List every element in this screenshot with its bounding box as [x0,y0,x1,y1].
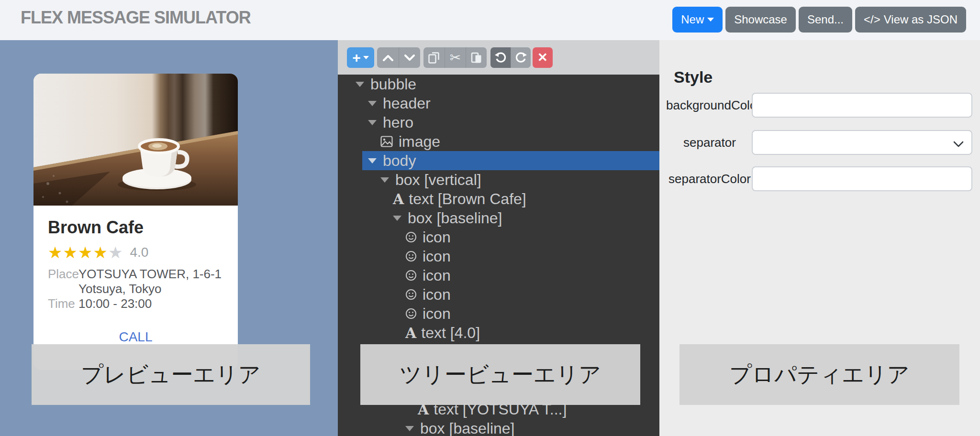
tree-node-hero[interactable]: hero [338,113,659,132]
new-button-label: New [681,13,704,26]
preview-area-overlay-label: プレビューエリア [32,344,310,405]
tree-node-icon[interactable]: icon [338,266,659,285]
chevron-down-icon [404,54,415,61]
tree-node-label: icon [423,286,451,304]
tree-node-label: box [baseline] [420,420,514,436]
caret-down-icon [405,426,414,431]
star-filled-icons: ★★★★ [48,244,108,261]
send-label: Send... [807,13,844,26]
showcase-label: Showcase [734,13,787,26]
caret-down-icon [707,18,714,22]
tree-node-icon[interactable]: icon [338,228,659,247]
tree-node-label: text [4.0] [421,324,480,342]
info-row-time: Time10:00 - 23:00 [48,296,223,311]
tree-node-icon[interactable]: icon [338,304,659,323]
tree-node-label: icon [423,267,451,284]
separator-color-input[interactable] [752,166,972,191]
tree-node-icon[interactable]: icon [338,247,659,266]
star-empty-icon: ★ [108,244,123,261]
tree-node-label: body [383,152,416,170]
image-icon [380,136,393,147]
tree-node-label: icon [423,305,451,323]
info-value: 10:00 - 23:00 [78,296,222,311]
tree-node-label: box [baseline] [408,209,502,227]
rating-stars: ★★★★★ 4.0 [48,244,223,261]
hero-image [33,74,238,206]
style-heading: Style [674,68,713,87]
smiley-icon [405,308,417,319]
tree-node-label: hero [383,114,413,131]
caret-down-icon [368,120,377,125]
tree-node-text-brown-cafe[interactable]: Atext [Brown Cafe] [338,189,659,208]
tree-node-box-baseline[interactable]: box [baseline] [338,208,659,228]
send-button[interactable]: Send... [799,7,852,33]
info-label: Place [48,267,78,296]
chevron-up-icon [383,54,393,61]
separator-label: separator [666,135,753,150]
smiley-icon [405,251,417,262]
tree-node-label: image [399,133,440,151]
cut-button[interactable]: ✂ [445,47,466,68]
tree-node-label: text [Brown Cafe] [409,190,526,208]
delete-node-button[interactable]: ✕ [533,47,553,68]
tree-node-body[interactable]: body [338,151,659,170]
undo-icon [495,52,506,64]
showcase-button[interactable]: Showcase [725,7,796,33]
move-up-button[interactable] [377,47,399,68]
chevron-down-icon [953,141,964,147]
add-node-button[interactable]: + [347,47,374,68]
call-button[interactable]: CALL [48,329,223,345]
tree-node-label: header [383,95,431,112]
undo-button[interactable] [490,47,511,68]
tree-node-icon[interactable]: icon [338,285,659,304]
app-header: FLEX MESSAGE SIMULATOR New Showcase Send… [0,0,980,40]
background-color-input[interactable] [752,93,972,118]
tree-node-box-vertical[interactable]: box [vertical] [338,170,659,189]
separator-color-label: separatorColor [666,172,753,186]
redo-button[interactable] [511,47,531,68]
tree-node-label: box [vertical] [395,171,481,189]
background-color-label: backgroundColo [666,98,753,113]
info-label: Time [48,296,78,311]
property-area-overlay-label: プロパティエリア [679,344,959,405]
caret-down-icon [368,158,377,164]
caret-down-icon [380,177,389,183]
view-json-label: View as JSON [884,13,958,26]
caret-down-icon [356,82,364,87]
app-title: FLEX MESSAGE SIMULATOR [21,8,251,28]
tree-node-box-baseline[interactable]: box [baseline] [338,419,659,436]
text-icon: A [393,191,404,207]
text-icon: A [405,325,416,341]
separator-select[interactable] [752,130,972,155]
info-value: YOTSUYA TOWER, 1-6-1 Yotsuya, Tokyo [78,267,222,296]
new-button[interactable]: New [672,7,723,33]
move-down-button[interactable] [399,47,420,68]
info-rows: PlaceYOTSUYA TOWER, 1-6-1 Yotsuya, Tokyo… [48,267,223,311]
tree-node-header[interactable]: header [338,94,659,113]
smiley-icon [405,289,417,300]
tree-view-area-overlay-label: ツリービューエリア [360,344,640,405]
caret-down-icon [393,216,401,221]
flex-message-bubble: Brown Cafe ★★★★★ 4.0 PlaceYOTSUYA TOWER,… [33,74,238,370]
code-icon: </> [864,13,880,26]
tree-node-label: icon [423,229,451,246]
scissors-icon: ✂ [450,50,461,65]
cafe-title: Brown Cafe [48,218,223,237]
tree-toolbar: + ✂ [338,40,659,75]
tree-node-image[interactable]: image [338,132,659,151]
tree-node-label: bubble [370,76,416,93]
copy-icon [428,52,440,64]
header-buttons: New Showcase Send... </>View as JSON [672,7,966,33]
tree-node-text-4-0[interactable]: Atext [4.0] [338,323,659,342]
copy-button[interactable] [423,47,445,68]
paste-button[interactable] [466,47,487,68]
rating-value: 4.0 [130,244,148,261]
view-json-button[interactable]: </>View as JSON [855,7,966,33]
smiley-icon [405,231,417,243]
x-icon: ✕ [537,50,548,65]
paste-icon [471,52,482,64]
plus-icon: + [352,51,361,65]
redo-icon [515,52,527,64]
smiley-icon [405,270,417,281]
tree-node-bubble[interactable]: bubble [338,75,659,94]
